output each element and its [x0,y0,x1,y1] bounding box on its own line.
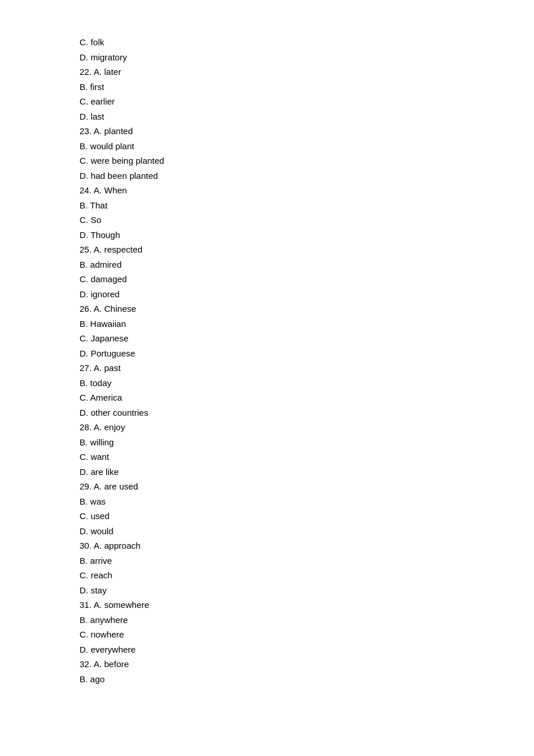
list-item: B. arrive [80,553,534,568]
list-item: B. today [80,376,534,391]
list-item: B. willing [80,435,534,450]
list-item: C. So [80,213,534,228]
list-item: C. folk [80,35,534,50]
list-item: D. last [80,109,534,124]
list-item: C. nowhere [80,627,534,642]
list-item: D. Portuguese [80,346,534,361]
list-item: 25. A. respected [80,242,534,257]
list-item: 28. A. enjoy [80,420,534,435]
list-item: D. everywhere [80,642,534,657]
list-item: C. were being planted [80,153,534,168]
list-item: B. was [80,494,534,509]
list-item: C. Japanese [80,331,534,346]
list-item: D. had been planted [80,168,534,183]
content-area: C. folkD. migratory22. A. laterB. firstC… [80,35,534,686]
list-item: 29. A. are used [80,479,534,494]
list-item: B. first [80,80,534,95]
list-item: 24. A. When [80,183,534,198]
list-item: D. ignored [80,287,534,302]
list-item: B. Hawaiian [80,316,534,332]
list-item: 23. A. planted [80,124,534,139]
list-item: C. earlier [80,94,534,109]
list-item: C. America [80,390,534,405]
list-item: B. admired [80,257,534,272]
list-item: D. migratory [80,50,534,65]
list-item: D. are like [80,465,534,480]
list-item: B. anywhere [80,613,534,628]
list-item: B. would plant [80,139,534,154]
list-item: C. damaged [80,272,534,287]
list-item: D. stay [80,583,534,598]
list-item: 30. A. approach [80,538,534,553]
list-item: D. other countries [80,405,534,420]
list-item: D. Though [80,228,534,243]
list-item: 31. A. somewhere [80,597,534,613]
list-item: C. reach [80,568,534,583]
list-item: B. That [80,198,534,213]
list-item: 26. A. Chinese [80,301,534,316]
list-item: 32. A. before [80,657,534,672]
list-item: B. ago [80,672,534,687]
list-item: 22. A. later [80,64,534,80]
list-item: C. want [80,449,534,465]
list-item: C. used [80,509,534,524]
list-item: D. would [80,524,534,539]
list-item: 27. A. past [80,361,534,376]
